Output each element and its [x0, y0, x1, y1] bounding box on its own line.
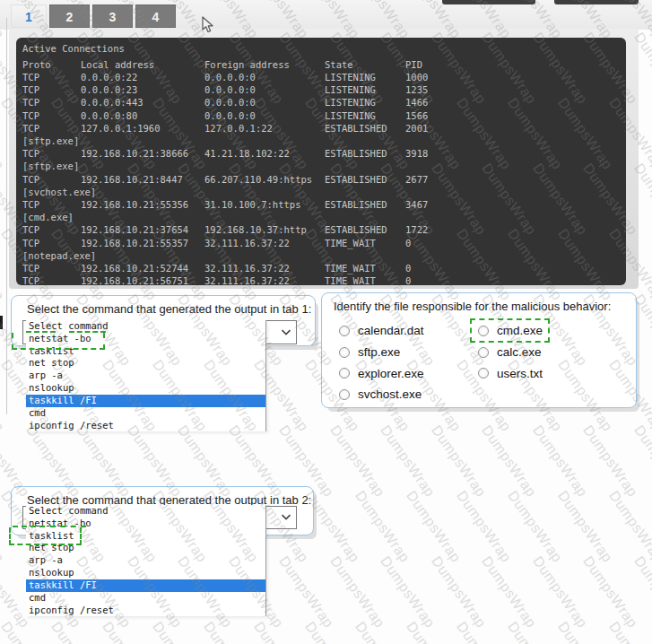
radio-button[interactable]: [478, 368, 489, 379]
dropdown-option[interactable]: nslookup: [26, 567, 265, 579]
terminal-column-header: PID: [405, 59, 422, 70]
dropdown-option[interactable]: Select command: [26, 505, 265, 518]
watermark-text: DumpsWrap: [352, 619, 413, 644]
radio-button[interactable]: [339, 347, 350, 358]
radio-option-calc-exe[interactable]: calc.exe: [478, 342, 543, 363]
terminal-cell: 2677: [405, 174, 428, 185]
terminal-cell: 192.168.10.21:55356: [81, 199, 188, 210]
terminal-connection-row: TCP0.0.0.0:4430.0.0.0:0LISTENING1466: [16, 97, 626, 109]
terminal-title: Active Connections: [22, 43, 125, 54]
dropdown-option[interactable]: netstat -bo: [26, 333, 265, 345]
terminal-cell: 66.207.110.49:https: [204, 174, 312, 185]
dropdown-option[interactable]: net stop: [26, 357, 265, 370]
terminal-process-name: [svchost.exe]: [22, 187, 96, 197]
watermark-text: DumpsWrap: [605, 488, 652, 566]
radio-button[interactable]: [339, 326, 350, 336]
terminal-cell: TCP: [22, 275, 39, 286]
watermark-text: DumpsWrap: [428, 422, 489, 500]
dropdown-option[interactable]: cmd: [26, 592, 265, 605]
dropdown-option[interactable]: net stop: [26, 542, 265, 554]
terminal-cell: ESTABLISHED: [325, 199, 387, 210]
tab-1[interactable]: 1: [11, 4, 47, 28]
radio-option-svchost-exe[interactable]: svchost.exe: [339, 384, 424, 405]
watermark-text: DumpsWrap: [0, 488, 7, 566]
terminal-cell: TCP: [22, 148, 39, 159]
radio-option-sftp-exe[interactable]: sftp.exe: [339, 342, 424, 363]
left-edge-mark: [0, 316, 3, 329]
watermark-text: DumpsWrap: [579, 422, 640, 500]
dropdown-option[interactable]: arp -a: [26, 370, 265, 382]
dropdown-option[interactable]: ipconfig /reset: [26, 605, 265, 617]
radio-button[interactable]: [339, 389, 350, 400]
command-dropdown-list-tab2: Select commandnetstat -botasklistnet sto…: [26, 505, 266, 616]
chevron-down-icon: [281, 328, 291, 335]
watermark-text: DumpsWrap: [579, 553, 640, 631]
terminal-cell: TCP: [22, 238, 39, 248]
radio-button[interactable]: [339, 368, 350, 379]
terminal-cell: 1722: [405, 224, 428, 235]
terminal-connection-row: TCP0.0.0.0:220.0.0.0:0LISTENING1000: [16, 72, 626, 84]
terminal-process-row: [sftp.exe]: [16, 161, 626, 173]
dropdown-option[interactable]: taskkill /FI: [26, 579, 265, 592]
terminal-cell: 3918: [405, 148, 428, 159]
left-border-line: [6, 18, 7, 414]
terminal-cell: 192.168.10.21:55357: [81, 238, 188, 248]
radio-button[interactable]: [478, 326, 489, 336]
terminal-connection-row: TCP0.0.0.0:800.0.0.0:0LISTENING1566: [16, 110, 626, 123]
watermark-text: DumpsWrap: [0, 619, 7, 644]
terminal-cell: 3467: [405, 199, 428, 210]
terminal-cell: 0: [405, 275, 411, 286]
terminal-connection-row: TCP192.168.10.21:5535732.111.16.37:22TIM…: [16, 238, 626, 250]
radio-option-explorer-exe[interactable]: explorer.exe: [339, 362, 424, 384]
terminal-cell: TCP: [22, 199, 39, 210]
radio-label: users.txt: [497, 367, 543, 380]
watermark-text: DumpsWrap: [403, 488, 464, 566]
terminal-cell: TCP: [22, 224, 39, 235]
dropdown-option[interactable]: ipconfig /reset: [26, 420, 265, 432]
terminal-process-name: [sftp.exe]: [22, 161, 79, 171]
dropdown-option[interactable]: taskkill /FI: [26, 395, 265, 407]
dropdown-option[interactable]: netstat -bo: [26, 518, 265, 530]
watermark-text: DumpsWrap: [630, 422, 652, 500]
tab-4[interactable]: 4: [135, 4, 176, 28]
dropdown-option[interactable]: nslookup: [26, 382, 265, 395]
dropdown-option[interactable]: arp -a: [26, 554, 265, 567]
tab-3[interactable]: 3: [92, 4, 133, 28]
terminal-column-headers: ProtoLocal addressForeign addressStatePI…: [16, 59, 626, 72]
dropdown-option[interactable]: cmd: [26, 407, 265, 420]
radio-option-cmd-exe[interactable]: cmd.exe: [478, 320, 543, 342]
watermark-text: DumpsWrap: [377, 553, 438, 631]
terminal-cell: 31.10.100.7:https: [204, 199, 300, 210]
terminal-column-header: State: [325, 59, 353, 70]
tab-2[interactable]: 2: [49, 4, 90, 28]
terminal-cell: 0.0.0.0:0: [204, 97, 256, 108]
terminal-cell: 0.0.0.0:443: [81, 97, 143, 108]
terminal-cell: 0.0.0.0:22: [81, 72, 137, 83]
terminal-cell: 0.0.0.0:0: [204, 72, 256, 83]
watermark-text: DumpsWrap: [326, 422, 387, 500]
terminal-cell: TIME_WAIT: [325, 238, 376, 248]
radio-option-users-txt[interactable]: users.txt: [478, 362, 543, 384]
terminal-cell: 41.21.18.102:22: [204, 148, 290, 159]
terminal-cell: 32.111.16.37:22: [204, 238, 290, 248]
watermark-text: DumpsWrap: [630, 553, 652, 631]
dropdown-option[interactable]: Select command: [26, 320, 265, 333]
dropdown-option[interactable]: tasklist: [26, 530, 265, 543]
command-dropdown-list-tab1: Select commandnetstat -botasklistnet sto…: [26, 320, 266, 431]
dropdown-option[interactable]: tasklist: [26, 345, 265, 358]
watermark-text: DumpsWrap: [326, 553, 387, 631]
terminal-connection-row: TCP192.168.10.21:37654192.168.10.37:http…: [16, 224, 626, 237]
cutoff-dark-button: [554, 0, 639, 4]
terminal-cell: 2001: [405, 123, 428, 134]
radio-option-calendar-dat[interactable]: calendar.dat: [339, 320, 424, 342]
terminal-connection-row: TCP192.168.10.21:844766.207.110.49:https…: [16, 174, 626, 187]
terminal-cell: 0.0.0.0:0: [204, 110, 256, 121]
terminal-connection-row: TCP127.0.0.1:1960127.0.0.1:22ESTABLISHED…: [16, 123, 626, 135]
radio-button[interactable]: [478, 347, 489, 358]
radio-label: calendar.dat: [358, 324, 424, 337]
watermark-text: DumpsWrap: [605, 619, 652, 644]
radio-label: cmd.exe: [497, 324, 543, 337]
watermark-text: DumpsWrap: [504, 619, 565, 644]
terminal-cell: 192.168.10.21:37654: [81, 224, 188, 235]
terminal-connection-row: TCP192.168.10.21:5675132.111.16.37:22TIM…: [16, 275, 626, 288]
